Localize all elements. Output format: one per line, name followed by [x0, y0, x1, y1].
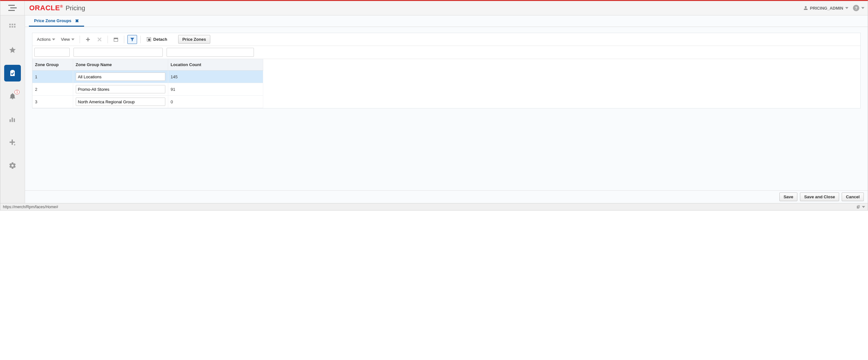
tab-label: Price Zone Groups: [34, 18, 71, 23]
table-toolbar: Actions View: [32, 33, 860, 46]
sidebar-item-favorites[interactable]: [4, 42, 21, 58]
cell-zone-group[interactable]: 1: [32, 71, 73, 83]
svg-rect-15: [10, 141, 15, 143]
clipboard-check-icon: [9, 69, 17, 77]
svg-rect-23: [858, 205, 860, 207]
cell-location-count: 91: [168, 83, 263, 96]
detach-button[interactable]: Detach: [144, 36, 170, 43]
funnel-icon: [130, 37, 135, 42]
sidebar-item-tasks[interactable]: [4, 65, 21, 81]
notification-badge: 1: [14, 90, 20, 94]
x-icon: [97, 37, 102, 42]
cell-location-count: 145: [168, 71, 263, 83]
sidebar-item-settings[interactable]: [4, 157, 21, 174]
table-row[interactable]: 1145: [32, 71, 263, 83]
svg-rect-2: [8, 10, 15, 11]
svg-rect-8: [14, 26, 16, 28]
svg-rect-4: [11, 24, 13, 25]
svg-rect-6: [9, 26, 11, 28]
hamburger-icon: [8, 5, 17, 11]
star-icon: [9, 46, 17, 54]
svg-rect-7: [11, 26, 13, 28]
close-icon[interactable]: ✖: [75, 18, 79, 24]
help-icon[interactable]: ?: [853, 5, 859, 11]
cell-location-count: 0: [168, 96, 263, 108]
delete-row-button[interactable]: [95, 35, 104, 44]
save-and-close-button[interactable]: Save and Close: [800, 193, 839, 201]
user-icon: [804, 6, 808, 10]
filter-toggle-button[interactable]: [127, 35, 137, 44]
cell-zone-group[interactable]: 2: [32, 83, 73, 96]
view-menu[interactable]: View: [59, 36, 76, 43]
gear-icon: [9, 162, 17, 169]
col-header-zone-group[interactable]: Zone Group: [32, 59, 73, 71]
cell-zone-group-name: [73, 96, 168, 108]
app-window: ORACLE® Pricing PRICING_ADMIN ?: [0, 0, 868, 210]
caret-down-icon: [862, 206, 865, 208]
svg-rect-5: [14, 24, 16, 25]
svg-rect-0: [8, 5, 15, 6]
sidebar-item-reports[interactable]: [4, 111, 21, 128]
filter-location-count[interactable]: [166, 48, 254, 57]
calendar-icon: [113, 37, 119, 42]
filter-row: [32, 46, 860, 59]
cell-zone-group-name: [73, 83, 168, 96]
save-button[interactable]: Save: [779, 193, 797, 201]
actions-menu[interactable]: Actions: [35, 36, 57, 43]
footer: Save Save and Close Cancel: [25, 190, 868, 203]
divider: [80, 36, 80, 43]
plus-icon: [85, 37, 91, 42]
sidebar-item-notifications[interactable]: 1: [4, 88, 21, 105]
main-area: Price Zone Groups ✖ Actions View: [25, 15, 868, 203]
panel: Actions View: [32, 33, 861, 108]
zone-name-input[interactable]: [76, 85, 165, 93]
svg-rect-11: [10, 119, 11, 122]
app-title: Pricing: [65, 4, 85, 12]
svg-rect-10: [11, 70, 14, 71]
content-wrap: Actions View: [25, 27, 868, 190]
svg-rect-13: [14, 119, 15, 122]
zone-name-input[interactable]: [76, 98, 165, 106]
filter-zone-group[interactable]: [34, 48, 70, 57]
col-header-location-count[interactable]: Location Count: [168, 59, 263, 71]
svg-rect-1: [10, 7, 17, 8]
cell-zone-group[interactable]: 3: [32, 96, 73, 108]
svg-rect-9: [10, 71, 15, 76]
caret-down-icon: [52, 38, 55, 40]
price-zones-button[interactable]: Price Zones: [178, 35, 210, 44]
user-menu[interactable]: PRICING_ADMIN ?: [804, 5, 865, 11]
left-sidebar: 1: [0, 15, 25, 203]
svg-rect-17: [86, 39, 90, 40]
filter-zone-group-name[interactable]: [73, 48, 163, 57]
zone-groups-table: Zone Group Zone Group Name Location Coun…: [32, 59, 263, 108]
oracle-logo: ORACLE®: [29, 4, 63, 12]
col-header-zone-group-name[interactable]: Zone Group Name: [73, 59, 168, 71]
zone-name-input[interactable]: [76, 72, 165, 81]
brand-area: ORACLE® Pricing: [25, 4, 85, 12]
svg-rect-21: [148, 38, 150, 41]
svg-rect-3: [9, 24, 11, 25]
clipboard-stack-icon: [856, 205, 861, 209]
clipboard-menu[interactable]: [856, 205, 865, 209]
caret-down-icon: [71, 38, 74, 40]
hamburger-toggle[interactable]: [0, 1, 25, 15]
calendar-button[interactable]: [111, 35, 121, 44]
table-header-row: Zone Group Zone Group Name Location Coun…: [32, 59, 263, 71]
cancel-button[interactable]: Cancel: [842, 193, 864, 201]
sidebar-item-apps[interactable]: [4, 19, 21, 35]
body: 1 Price Zone Groups: [0, 15, 868, 203]
grid-icon: [9, 24, 16, 31]
table-row[interactable]: 291: [32, 83, 263, 96]
tab-price-zone-groups[interactable]: Price Zone Groups ✖: [29, 16, 84, 27]
svg-rect-12: [11, 118, 13, 122]
tabs-row: Price Zone Groups ✖: [25, 15, 868, 27]
caret-down-icon: [861, 7, 865, 9]
table-row[interactable]: 30: [32, 96, 263, 108]
sidebar-item-add[interactable]: [4, 134, 21, 151]
bar-chart-icon: [9, 116, 16, 123]
divider: [140, 36, 141, 43]
divider: [107, 36, 108, 43]
caret-down-icon: [845, 7, 848, 9]
status-bar: https://merch/Rpm/faces/Home#: [0, 203, 868, 210]
add-row-button[interactable]: [83, 35, 93, 44]
